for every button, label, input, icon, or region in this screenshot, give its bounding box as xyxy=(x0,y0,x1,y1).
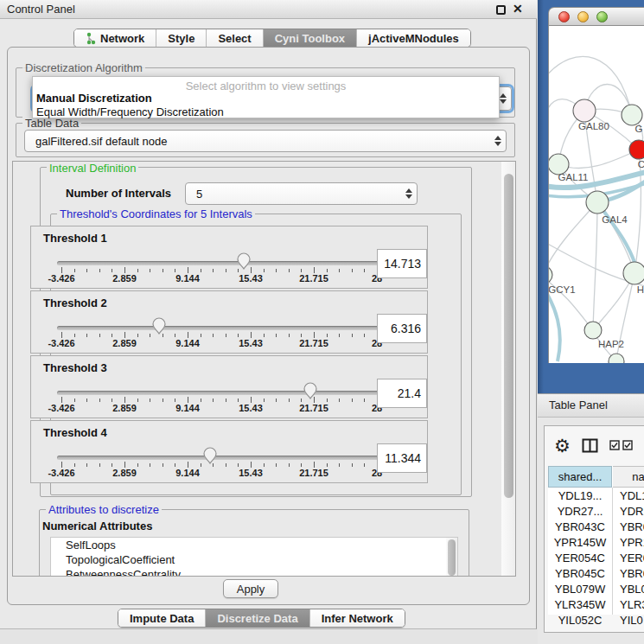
cell-name: YBL0 xyxy=(620,583,644,596)
axis-tick-label: 21.715 xyxy=(299,338,328,348)
table-row[interactable]: YER054CYER0 xyxy=(548,552,644,567)
tab-style[interactable]: Style xyxy=(156,29,207,47)
split-columns-icon[interactable] xyxy=(582,438,598,453)
gear-icon[interactable]: ⚙ xyxy=(554,437,571,455)
column-header-name[interactable]: na xyxy=(613,466,644,488)
minimize-traffic-icon[interactable] xyxy=(577,11,589,22)
network-node-c[interactable] xyxy=(629,140,644,159)
table-row[interactable]: YPR145WYPR1 xyxy=(548,536,644,552)
axis-tick-label: 9.144 xyxy=(175,403,200,413)
network-node-hap2[interactable] xyxy=(584,322,602,339)
threshold-slider[interactable] xyxy=(57,261,381,265)
axis-tick-label: 21.715 xyxy=(299,468,328,478)
network-icon xyxy=(86,32,96,45)
table-row[interactable]: YBR045CYBR0 xyxy=(548,567,644,583)
threshold-value-field[interactable]: 21.4 xyxy=(377,379,427,408)
slider-handle[interactable] xyxy=(151,316,167,335)
settings-scrollbar[interactable] xyxy=(501,162,516,577)
threshold-label: Threshold 1 xyxy=(43,232,107,245)
checkbox-checked-icon[interactable] xyxy=(609,440,620,450)
threshold-panel: Threshold 1 -3.4262.8599.14415.4321.7152… xyxy=(30,226,428,289)
node-label: GAL80 xyxy=(578,121,609,131)
intervals-count-value: 5 xyxy=(186,188,401,201)
tab-network[interactable]: Network xyxy=(74,29,156,47)
close-icon[interactable]: ✕ xyxy=(513,2,523,16)
threshold-label: Threshold 3 xyxy=(43,361,107,374)
attribute-list-item[interactable]: BetweennessCentrality xyxy=(51,567,457,577)
combo-arrows-icon xyxy=(401,188,417,199)
algorithm-option[interactable]: Equal Width/Frequency Discretization xyxy=(36,105,224,118)
close-traffic-icon[interactable] xyxy=(558,11,570,22)
table-row[interactable]: YDL19...YDL1 xyxy=(548,489,644,505)
threshold-panel: Threshold 3 -3.4262.8599.14415.4321.7152… xyxy=(30,355,428,418)
threshold-label: Threshold 2 xyxy=(43,296,107,309)
table-row[interactable]: YBR043CYBR0 xyxy=(548,520,644,536)
attributes-scrollbar[interactable] xyxy=(446,538,457,577)
threshold-label: Threshold 4 xyxy=(43,426,107,439)
cell-shared-name: YER054C xyxy=(548,552,612,564)
cell-name: YBR0 xyxy=(620,520,644,533)
attribute-list-item[interactable]: TopologicalCoefficient xyxy=(51,552,457,567)
zoom-traffic-icon[interactable] xyxy=(596,11,608,22)
node-label: H xyxy=(637,284,644,295)
threshold-value-field[interactable]: 14.713 xyxy=(377,249,427,278)
table-row[interactable]: YLR345WYLR3 xyxy=(548,598,644,614)
axis-tick-label: -3.426 xyxy=(48,338,74,348)
tab-jactivemnodules[interactable]: jActiveMNodules xyxy=(357,29,470,47)
threshold-slider[interactable] xyxy=(57,456,381,460)
apply-button[interactable]: Apply xyxy=(223,579,278,598)
screen: Control Panel ✕ NetworkStyleSelectCyni T… xyxy=(0,0,644,644)
numerical-attributes-list[interactable]: SelfLoopsTopologicalCoefficientBetweenne… xyxy=(50,537,458,577)
node-label: GCY1 xyxy=(549,284,576,295)
tab-impute-data[interactable]: Impute Data xyxy=(118,609,206,627)
cell-name: YER0 xyxy=(620,552,644,564)
attribute-list-item[interactable]: SelfLoops xyxy=(51,538,457,552)
network-node-gcy1[interactable] xyxy=(549,266,552,284)
network-node-gal80[interactable] xyxy=(573,99,596,122)
table-data-combobox[interactable]: galFiltered.sif default node xyxy=(24,130,507,152)
table-data-group-title: Table Data xyxy=(22,117,81,130)
slider-handle[interactable] xyxy=(202,446,218,464)
tab-select[interactable]: Select xyxy=(207,29,263,47)
network-node-g[interactable] xyxy=(622,105,642,125)
axis-tick-label: 15.43 xyxy=(239,338,263,348)
node-table: ⚙ shared... na YDL19...YDL1YDR27...YDR2 xyxy=(544,425,644,633)
tab-cyni-toolbox[interactable]: Cyni Toolbox xyxy=(264,29,357,47)
threshold-slider[interactable] xyxy=(57,326,381,330)
axis-tick-label: -3.426 xyxy=(48,403,74,413)
threshold-slider[interactable] xyxy=(57,391,381,395)
attributes-area: Numerical Attributes SelfLoopsTopologica… xyxy=(39,509,469,577)
table-row[interactable]: YIL052CYIL0 xyxy=(548,614,644,629)
network-node-gal4[interactable] xyxy=(586,191,609,214)
tab-discretize-data[interactable]: Discretize Data xyxy=(206,609,309,627)
network-canvas[interactable]: GAL80GCGAL11GAL4GCY1HHAP2 xyxy=(548,26,644,363)
axis-tick-label: 2.859 xyxy=(112,273,137,284)
cell-name: YDR2 xyxy=(620,505,644,518)
axis-tick-label: 15.43 xyxy=(239,403,263,413)
algorithm-option[interactable]: Manual Discretization xyxy=(36,92,152,105)
float-window-icon[interactable] xyxy=(496,5,506,15)
axis-tick-label: 21.715 xyxy=(299,403,328,413)
threshold-value-field[interactable]: 11.344 xyxy=(377,443,427,473)
control-panel-title: Control Panel xyxy=(7,3,75,16)
tab-infer-network[interactable]: Infer Network xyxy=(310,609,405,627)
checkbox-checked-icon[interactable] xyxy=(622,440,633,450)
intervals-count-combobox[interactable]: 5 xyxy=(185,182,418,205)
threshold-panel: Threshold 2 -3.4262.8599.14415.4321.7152… xyxy=(30,290,428,354)
slider-handle[interactable] xyxy=(236,252,252,270)
slider-handle[interactable] xyxy=(303,381,318,399)
numerical-attributes-label: Numerical Attributes xyxy=(42,520,152,532)
cell-shared-name: YBR043C xyxy=(548,520,612,533)
network-node-h[interactable] xyxy=(623,262,644,284)
axis-tick-label: 15.43 xyxy=(239,468,263,478)
threshold-value-field[interactable]: 6.316 xyxy=(377,314,427,343)
cell-shared-name: YPR145W xyxy=(548,536,612,549)
network-window-titlebar xyxy=(548,7,644,26)
coords-group-title: Threshold's Coordinates for 5 Intervals xyxy=(57,207,255,220)
table-row[interactable]: YDR27...YDR2 xyxy=(548,505,644,520)
cell-name: YLR3 xyxy=(620,598,644,611)
axis-tick-label: 9.144 xyxy=(175,468,200,478)
column-header-shared-name[interactable]: shared... xyxy=(548,466,612,488)
table-row[interactable]: YBL079WYBL0 xyxy=(548,583,644,598)
node-label: GAL4 xyxy=(602,214,628,225)
